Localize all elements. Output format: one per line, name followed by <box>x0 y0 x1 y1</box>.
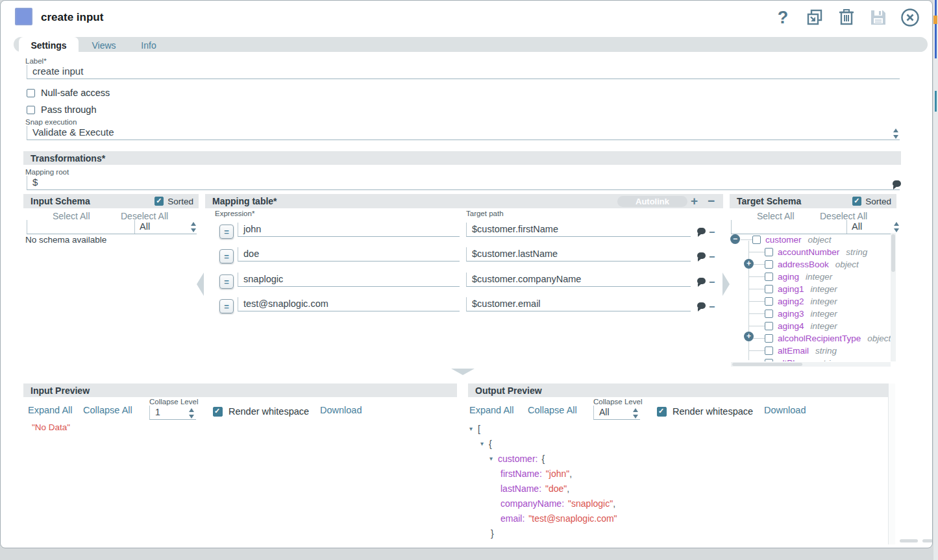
output-preview-collapse-level-spinner-icon[interactable] <box>633 408 639 419</box>
background-teal-fragment <box>935 91 937 112</box>
expression-input[interactable]: john <box>238 223 460 237</box>
snap-execution-select[interactable]: Validate & Execute <box>27 126 900 140</box>
schema-node-checkbox[interactable] <box>765 273 773 281</box>
expression-input[interactable]: snaplogic <box>238 273 460 287</box>
schema-tree-row[interactable]: altEmail string <box>730 345 837 357</box>
collapse-input-schema-handle[interactable] <box>197 273 204 296</box>
schema-node-checkbox[interactable] <box>765 260 773 269</box>
schema-node-checkbox[interactable] <box>765 322 773 330</box>
tree-expand-toggle-icon[interactable]: + <box>744 332 754 341</box>
snap-icon <box>15 8 32 25</box>
trash-icon[interactable] <box>835 7 858 28</box>
input-schema-filter-dropdown[interactable]: All <box>134 220 197 234</box>
target-path-input[interactable]: $customer.firstName <box>466 223 691 237</box>
copy-snap-icon[interactable] <box>803 7 826 28</box>
schema-node-checkbox[interactable] <box>765 347 773 355</box>
delete-row-icon[interactable]: − <box>709 301 715 313</box>
remove-mapping-row-icon[interactable]: − <box>708 195 715 208</box>
expression-input[interactable]: doe <box>238 247 460 262</box>
schema-tree-row[interactable]: aging4 integer <box>730 320 837 332</box>
tab-info[interactable]: Info <box>129 37 168 53</box>
target-schema-filter-spinner-icon[interactable] <box>894 222 900 232</box>
input-schema-filter-input[interactable] <box>27 220 134 234</box>
null-safe-access-checkbox[interactable] <box>27 89 35 97</box>
schema-node-checkbox[interactable] <box>765 248 773 256</box>
tab-views[interactable]: Views <box>79 37 129 53</box>
target-path-input[interactable]: $customer.companyName <box>466 273 691 287</box>
schema-node-checkbox[interactable] <box>752 236 761 244</box>
target-schema-hscrollbar-thumb[interactable] <box>732 363 802 366</box>
schema-tree-row[interactable]: aging1 integer <box>730 283 837 295</box>
schema-tree-row[interactable]: aging integer <box>730 271 832 283</box>
input-preview-render-whitespace-checkbox[interactable] <box>213 407 223 417</box>
expression-toggle-button[interactable]: = <box>219 249 234 263</box>
schema-tree-row[interactable]: customer object <box>730 234 832 246</box>
input-preview-download-link[interactable]: Download <box>320 405 362 415</box>
collapse-arrow-icon[interactable]: ▾ <box>489 455 498 462</box>
comment-bubble-icon[interactable] <box>697 278 706 284</box>
input-preview-collapse-level-spinner-icon[interactable] <box>189 408 195 419</box>
expression-toggle-button[interactable]: = <box>219 274 234 289</box>
dialog-hscrollbar-thumb[interactable] <box>900 539 918 542</box>
add-mapping-row-icon[interactable]: + <box>691 195 698 208</box>
delete-row-icon[interactable]: − <box>709 251 715 263</box>
null-safe-access-label: Null-safe access <box>41 88 110 98</box>
mapping-root-input[interactable]: $ <box>27 176 900 190</box>
schema-node-checkbox[interactable] <box>765 310 773 318</box>
tree-collapse-toggle-icon[interactable]: − <box>730 234 740 244</box>
output-preview-collapse-all-link[interactable]: Collapse All <box>528 405 577 415</box>
schema-tree-row[interactable]: altPhone string <box>730 357 840 361</box>
expression-toggle-button[interactable]: = <box>219 299 234 313</box>
output-preview-json-tree: ▾ [ ▾ { ▾ customer: { firstName: "john" … <box>468 421 877 544</box>
output-preview-expand-all-link[interactable]: Expand All <box>469 405 514 415</box>
target-schema-filter-dropdown[interactable]: All <box>846 220 891 234</box>
input-preview-render-whitespace-row: Render whitespace <box>213 406 309 417</box>
expression-input[interactable]: test@snaplogic.com <box>238 297 460 311</box>
input-schema-filter-spinner-icon[interactable] <box>191 222 197 232</box>
snap-execution-spinner-icon[interactable] <box>893 128 899 139</box>
schema-tree-row[interactable]: accountNumber string <box>730 246 867 258</box>
collapse-arrow-icon[interactable]: ▾ <box>480 440 489 447</box>
dialog-title: create input <box>41 11 103 24</box>
help-icon[interactable]: ? <box>771 7 795 28</box>
comment-bubble-icon[interactable] <box>697 252 706 259</box>
schema-node-checkbox[interactable] <box>765 359 773 361</box>
schema-node-type: object <box>835 260 859 269</box>
tree-expand-toggle-icon[interactable]: + <box>744 259 754 269</box>
input-preview-expand-all-link[interactable]: Expand All <box>28 405 73 415</box>
collapse-mapping-handle[interactable] <box>451 369 475 375</box>
schema-tree-row[interactable]: alcoholRecipientType object <box>730 332 891 345</box>
output-preview-vscrollbar <box>888 383 895 544</box>
label-input[interactable]: create input <box>27 65 900 79</box>
schema-node-checkbox[interactable] <box>765 297 773 306</box>
input-schema-sorted-checkbox[interactable] <box>154 197 164 206</box>
target-path-input[interactable]: $customer.lastName <box>466 247 691 262</box>
delete-row-icon[interactable]: − <box>709 276 715 288</box>
schema-node-checkbox[interactable] <box>765 334 773 343</box>
target-schema-sorted-checkbox[interactable] <box>852 197 861 206</box>
pass-through-checkbox[interactable] <box>27 106 35 114</box>
schema-tree-row[interactable]: aging3 integer <box>730 308 837 320</box>
collapse-arrow-icon[interactable]: ▾ <box>469 425 478 432</box>
target-schema-filter-input[interactable] <box>731 220 846 234</box>
expression-toggle-button[interactable]: = <box>219 225 234 239</box>
autolink-button[interactable]: Autolink <box>617 196 687 207</box>
tab-settings[interactable]: Settings <box>19 37 79 53</box>
schema-tree-row[interactable]: aging2 integer <box>730 295 837 308</box>
save-icon[interactable] <box>867 7 890 28</box>
dialog-hscrollbar-thumb[interactable] <box>922 539 933 542</box>
output-preview-render-whitespace-checkbox[interactable] <box>657 407 667 417</box>
schema-node-checkbox[interactable] <box>765 285 773 293</box>
target-path-input[interactable]: $customer.email <box>466 297 691 311</box>
delete-row-icon[interactable]: − <box>709 226 715 238</box>
mapping-root-comment-bubble-icon[interactable] <box>893 180 901 187</box>
target-schema-vscrollbar-thumb[interactable] <box>891 234 895 272</box>
comment-bubble-icon[interactable] <box>697 228 706 234</box>
collapse-target-schema-handle[interactable] <box>722 273 730 296</box>
close-icon[interactable] <box>898 7 922 28</box>
comment-bubble-icon[interactable] <box>697 302 706 309</box>
null-safe-access-row: Null-safe access <box>27 88 110 98</box>
input-preview-collapse-all-link[interactable]: Collapse All <box>83 405 132 415</box>
schema-node-name: aging2 <box>778 297 804 306</box>
output-preview-download-link[interactable]: Download <box>764 405 806 415</box>
